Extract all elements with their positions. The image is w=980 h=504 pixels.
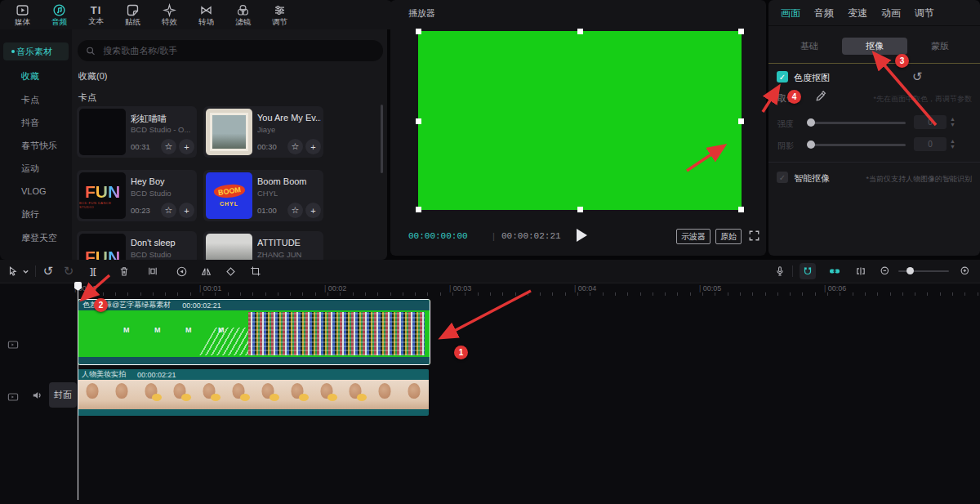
select-tool-dropdown[interactable] <box>20 263 30 279</box>
sidebar-item-douyin[interactable]: 抖音 <box>0 114 72 132</box>
undo-button[interactable]: ↺ <box>40 263 56 279</box>
sidebar-item-vlog[interactable]: VLOG <box>0 182 72 200</box>
timeline-zoom-slider[interactable] <box>898 270 949 272</box>
inspector-tab-animation[interactable]: 动画 <box>881 7 901 20</box>
select-tool-button[interactable] <box>5 263 21 279</box>
music-card[interactable]: ATTITUDE ZHANG JUN <box>203 231 323 260</box>
slider-handle[interactable] <box>906 267 914 274</box>
inspector-tab-speed[interactable]: 变速 <box>848 7 867 20</box>
inspector-tab-picture[interactable]: 画面 <box>781 7 800 20</box>
redo-button[interactable]: ↻ <box>60 263 77 279</box>
freeze-frame-button[interactable] <box>145 263 161 279</box>
cover-button[interactable]: 封面 <box>49 382 77 408</box>
play-button[interactable] <box>577 229 587 242</box>
beauty-footage-clip[interactable]: 人物美妆实拍 00:00:02:21 <box>78 369 429 416</box>
resize-handle[interactable] <box>577 207 583 212</box>
slider-handle[interactable] <box>807 118 815 127</box>
scope-button[interactable]: 示波器 <box>676 229 710 244</box>
track-toggle-icon[interactable] <box>7 338 20 351</box>
reset-icon[interactable]: ↺ <box>912 70 923 83</box>
zoom-out-button[interactable] <box>877 263 893 279</box>
tab-audio[interactable]: 音频 <box>42 1 77 29</box>
song-artist: BCD Studio <box>131 189 172 198</box>
shadow-slider[interactable] <box>808 144 906 146</box>
tab-transition[interactable]: 转场 <box>189 1 224 29</box>
favorite-button[interactable]: ☆ <box>161 203 176 218</box>
add-to-track-button[interactable]: + <box>179 139 194 154</box>
clip-header: 色差故障@艺字幕绿幕素材 00:00:02:21 <box>78 300 430 310</box>
resize-handle[interactable] <box>738 118 744 124</box>
search-input[interactable] <box>101 45 375 56</box>
fullscreen-icon[interactable] <box>748 230 760 242</box>
tab-filter[interactable]: 滤镜 <box>225 1 261 29</box>
stepper-buttons[interactable]: ▲▼ <box>950 116 956 127</box>
tab-sticker[interactable]: 贴纸 <box>115 1 150 29</box>
add-to-track-button[interactable]: + <box>305 139 321 154</box>
chroma-key-checkbox[interactable]: ✓ <box>777 71 788 83</box>
inspector-tab-adjust[interactable]: 调节 <box>915 7 934 20</box>
sidebar-item-favorites[interactable]: 收藏 <box>0 67 72 85</box>
inspector-tab-audio[interactable]: 音频 <box>814 7 834 20</box>
favorite-button[interactable]: ☆ <box>161 139 176 154</box>
sidebar-item-sports[interactable]: 运动 <box>0 159 72 177</box>
subtab-basic[interactable]: 基础 <box>777 38 842 55</box>
music-card[interactable]: FUNBCD FUN DANCE STUDIO Hey Boy BCD Stud… <box>77 170 197 221</box>
music-card[interactable]: FUN Don't sleep BCD Studio <box>77 231 197 260</box>
clip-duration: 00:00:02:21 <box>137 371 176 379</box>
add-to-track-button[interactable]: + <box>179 203 194 218</box>
favorite-button[interactable]: ☆ <box>287 203 303 218</box>
crop-button[interactable] <box>247 263 264 279</box>
mirror-button[interactable] <box>198 263 214 279</box>
favorite-button[interactable]: ☆ <box>287 139 303 154</box>
zoom-in-button[interactable] <box>957 263 973 279</box>
rotate-button[interactable] <box>222 263 238 279</box>
auto-snap-toggle[interactable] <box>800 263 816 279</box>
tab-effects[interactable]: 特效 <box>152 1 187 29</box>
split-button[interactable]: ][ <box>85 263 101 279</box>
music-card[interactable]: BOOMCHYL Boom Boom CHYL 01:00 ☆ + <box>203 170 323 221</box>
tab-text[interactable]: TI 文本 <box>78 1 114 29</box>
resize-handle[interactable] <box>738 29 744 34</box>
filmstrip-frame <box>341 380 370 409</box>
reverse-button[interactable] <box>173 263 189 279</box>
slider-handle[interactable] <box>807 140 815 149</box>
timeline-ruler[interactable]: 00:00 00:01 00:02 00:03 00:04 00:05 00:0… <box>72 283 980 297</box>
tab-adjust[interactable]: 调节 <box>262 1 297 29</box>
resize-handle[interactable] <box>738 207 744 212</box>
intensity-slider[interactable] <box>808 122 906 124</box>
tab-media[interactable]: 媒体 <box>5 1 40 29</box>
sidebar-item-spring-festival[interactable]: 春节快乐 <box>0 136 72 154</box>
eyedropper-icon[interactable] <box>815 90 827 102</box>
library-scrollbar[interactable] <box>381 105 383 173</box>
search-bar[interactable] <box>78 40 383 61</box>
sidebar-item-travel[interactable]: 旅行 <box>0 205 72 223</box>
filmstrip <box>78 380 429 409</box>
sidebar-item-modern-sky[interactable]: 摩登天空 <box>0 229 72 247</box>
speaker-icon[interactable] <box>31 389 44 402</box>
green-screen-clip[interactable]: 色差故障@艺字幕绿幕素材 00:00:02:21 M M M M <box>78 299 430 365</box>
sidebar-item-beat[interactable]: 卡点 <box>0 91 72 109</box>
intensity-value-box[interactable]: 0 <box>914 115 947 129</box>
add-to-track-button[interactable]: + <box>305 203 321 218</box>
tab-text-label: 文本 <box>88 17 104 25</box>
plus-icon: + <box>184 206 189 216</box>
original-ratio-button[interactable]: 原始 <box>715 229 742 244</box>
preview-canvas-green-screen[interactable] <box>418 31 742 210</box>
music-card[interactable]: ♪ 彩虹喵喵 BCD Studio - O... 00:31 ☆ + <box>77 106 197 158</box>
preview-axis-toggle[interactable] <box>853 263 869 279</box>
resize-handle[interactable] <box>416 118 421 124</box>
shadow-value-box[interactable]: 0 <box>914 137 947 151</box>
subtab-mask[interactable]: 蒙版 <box>907 38 973 55</box>
record-voiceover-button[interactable] <box>772 263 788 279</box>
stepper-buttons[interactable]: ▲▼ <box>950 138 956 149</box>
music-card[interactable]: You Are My Ev... Jiaye 00:30 ☆ + <box>203 106 323 158</box>
resize-handle[interactable] <box>577 29 583 34</box>
track-toggle-icon[interactable] <box>7 390 20 404</box>
resize-handle[interactable] <box>416 207 421 212</box>
subtab-cutout[interactable]: 抠像 <box>842 38 907 55</box>
resize-handle[interactable] <box>416 29 421 34</box>
delete-button[interactable] <box>116 263 132 279</box>
linkage-toggle[interactable] <box>826 263 843 279</box>
smart-matting-checkbox[interactable]: ✓ <box>777 172 788 183</box>
sidebar-item-music-material[interactable]: 音乐素材 <box>3 42 69 60</box>
